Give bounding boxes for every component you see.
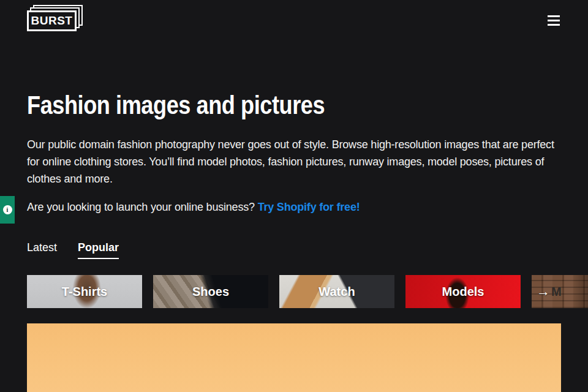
arrow-right-icon[interactable]: →: [537, 284, 550, 300]
photo-thumbnail-orange[interactable]: [27, 323, 561, 392]
info-side-tab[interactable]: i: [0, 196, 15, 224]
category-card-watch[interactable]: Watch: [279, 275, 394, 308]
sort-tabs: Latest Popular: [27, 241, 561, 259]
tab-latest[interactable]: Latest: [27, 241, 57, 259]
hamburger-menu-icon[interactable]: [546, 10, 561, 31]
category-label: Models: [442, 285, 484, 299]
category-card-partial[interactable]: → M: [532, 275, 588, 308]
cta-line: Are you looking to launch your online bu…: [27, 198, 561, 216]
category-label: M: [551, 285, 562, 299]
cta-prefix-text: Are you looking to launch your online bu…: [27, 201, 258, 213]
category-label: T-Shirts: [62, 285, 107, 299]
category-label: Watch: [318, 285, 355, 299]
category-card-models[interactable]: Models: [405, 275, 521, 308]
tab-popular[interactable]: Popular: [78, 241, 119, 259]
try-shopify-link[interactable]: Try Shopify for free!: [258, 201, 360, 213]
category-card-tshirts[interactable]: T-Shirts: [27, 275, 142, 308]
info-icon: i: [3, 205, 12, 214]
page-title: Fashion images and pictures: [27, 91, 486, 120]
site-header: BURST: [27, 0, 561, 32]
burst-logo[interactable]: BURST: [27, 5, 86, 32]
logo-text: BURST: [27, 10, 77, 31]
page-description: Our public domain fashion photography ne…: [27, 136, 561, 187]
category-label: Shoes: [192, 285, 229, 299]
category-card-shoes[interactable]: Shoes: [153, 275, 268, 308]
category-card-row: T-Shirts Shoes Watch Models → M: [27, 275, 588, 308]
